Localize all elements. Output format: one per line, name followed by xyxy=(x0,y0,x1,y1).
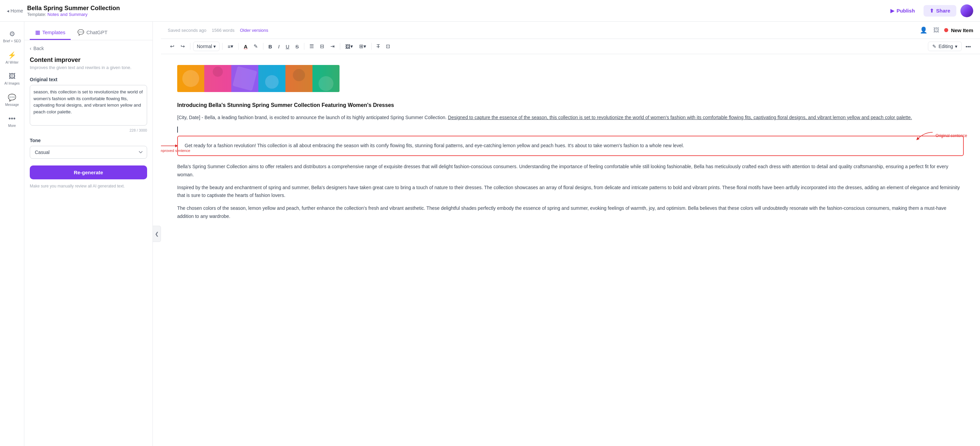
editing-dropdown[interactable]: ✎ Editing ▾ xyxy=(928,41,962,51)
svg-point-7 xyxy=(213,67,223,77)
table-button[interactable]: ⊞ ▾ xyxy=(357,41,369,51)
strikethrough-button[interactable]: S xyxy=(293,42,301,51)
home-label[interactable]: Home xyxy=(11,8,23,14)
format-value: Normal xyxy=(197,44,212,49)
original-text-input[interactable] xyxy=(30,85,147,126)
share-button[interactable]: ⬆ Share xyxy=(924,5,956,17)
back-link[interactable]: ‹ Back xyxy=(30,46,147,51)
underline-button[interactable]: U xyxy=(283,42,292,51)
sidebar-item-brief-seo[interactable]: ⚙ Brief + SEO xyxy=(2,27,23,46)
header-subtitle: Template: Notes and Summary xyxy=(27,12,120,17)
text-cursor xyxy=(177,127,178,133)
sidebar-icons: ⚙ Brief + SEO ⚡ AI Writer 🖼 AI Images 💬 … xyxy=(0,22,24,446)
collapse-panel-button[interactable]: ❮ xyxy=(153,226,161,242)
ai-disclaimer: Make sure you manually review all AI gen… xyxy=(30,183,147,189)
page-title: Bella Spring Summer Collection xyxy=(27,5,120,12)
tab-templates[interactable]: ▦ Templates xyxy=(30,26,71,40)
share-icon: ⬆ xyxy=(930,8,934,14)
panel-content: ‹ Back Content improver Improves the giv… xyxy=(24,40,153,446)
more-options-button[interactable]: ••• xyxy=(963,42,973,51)
undo-button[interactable]: ↩ xyxy=(168,41,177,51)
clear-format-button[interactable]: T̶ xyxy=(374,41,382,51)
collapse-icon: ❮ xyxy=(155,231,159,237)
editor-content: Introducing Bella's Stunning Spring Summ… xyxy=(161,54,980,446)
paragraph-2: Bella's Spring Summer Collection aims to… xyxy=(177,163,964,179)
indent-icon: ⇥ xyxy=(330,43,335,49)
ordered-list-icon: ⊟ xyxy=(320,43,324,49)
paragraph1-container: [City, Date] - Bella, a leading fashion … xyxy=(177,114,964,133)
italic-button[interactable]: I xyxy=(276,42,282,51)
tab-chatgpt[interactable]: 💬 ChatGPT xyxy=(72,26,113,40)
redo-button[interactable]: ↪ xyxy=(178,41,187,51)
home-link[interactable]: ◂ Home xyxy=(7,8,23,14)
header-right: ▶ Publish ⬆ Share xyxy=(886,5,973,17)
topbar-left: Saved seconds ago 1566 words Older versi… xyxy=(168,28,268,33)
sidebar-item-message[interactable]: 💬 Message xyxy=(2,91,23,109)
highlight-button[interactable]: ✎ xyxy=(251,41,260,51)
ai-writer-icon: ⚡ xyxy=(8,51,16,59)
underline-icon: U xyxy=(286,44,290,49)
topbar-image-icon[interactable]: 🖼 xyxy=(932,25,941,35)
special-char-button[interactable]: ⊡ xyxy=(383,41,393,51)
clear-format-icon: T̶ xyxy=(377,43,380,49)
editor-toolbar: ↩ ↪ Normal ▾ ≡ ▾ A ✎ B xyxy=(161,39,980,54)
tone-select[interactable]: Casual Formal Friendly Professional xyxy=(30,146,147,159)
editor-area: Saved seconds ago 1566 words Older versi… xyxy=(161,22,980,446)
text-color-button[interactable]: A xyxy=(242,42,250,51)
char-count: 228 / 3000 xyxy=(30,128,147,132)
chatgpt-tab-label: ChatGPT xyxy=(86,29,108,35)
image-button[interactable]: 🖼 ▾ xyxy=(343,41,355,51)
format-chevron-icon: ▾ xyxy=(213,44,216,49)
svg-point-10 xyxy=(293,69,305,81)
sidebar-item-ai-images[interactable]: 🖼 AI Images xyxy=(2,70,23,88)
svg-point-11 xyxy=(318,76,333,91)
undo-icon: ↩ xyxy=(170,43,175,49)
share-label: Share xyxy=(936,8,950,14)
toolbar-separator-3 xyxy=(239,43,239,50)
improved-text: Get ready for a fashion revolution! This… xyxy=(185,143,684,148)
ordered-list-button[interactable]: ⊟ xyxy=(318,41,327,51)
banner-svg xyxy=(177,65,339,92)
toolbar-separator-6 xyxy=(340,43,340,50)
toolbar-separator-2 xyxy=(222,43,223,50)
new-item-button[interactable]: New Item xyxy=(951,27,973,33)
sidebar-item-ai-writer[interactable]: ⚡ AI Writer xyxy=(2,48,23,67)
highlight-icon: ✎ xyxy=(254,43,258,49)
paragraph-4: The chosen colors of the season, lemon y… xyxy=(177,204,964,221)
editing-label: Editing xyxy=(939,44,953,49)
improved-text-box: Get ready for a fashion revolution! This… xyxy=(177,136,964,156)
paragraph1-start: [City, Date] - Bella, a leading fashion … xyxy=(177,115,448,120)
image-chevron-icon: ▾ xyxy=(350,43,353,49)
older-versions-link[interactable]: Older versions xyxy=(240,28,268,33)
panel-tabs: ▦ Templates 💬 ChatGPT xyxy=(24,22,153,40)
avatar[interactable] xyxy=(960,5,973,17)
cursor-line-container xyxy=(177,127,964,133)
brief-seo-icon: ⚙ xyxy=(9,30,15,38)
bold-icon: B xyxy=(269,44,272,49)
main-layout: ⚙ Brief + SEO ⚡ AI Writer 🖼 AI Images 💬 … xyxy=(0,22,980,446)
indent-button[interactable]: ⇥ xyxy=(328,41,337,51)
toolbar-separator-7 xyxy=(371,43,372,50)
bullet-list-icon: ☰ xyxy=(309,43,314,49)
left-panel: ▦ Templates 💬 ChatGPT ‹ Back Content imp… xyxy=(24,22,153,446)
sidebar-item-more[interactable]: ••• More xyxy=(2,112,23,130)
section-title: Content improver xyxy=(30,57,147,64)
format-select[interactable]: Normal ▾ xyxy=(193,41,220,51)
align-button[interactable]: ≡ ▾ xyxy=(225,41,236,51)
sidebar-item-message-label: Message xyxy=(5,103,19,107)
regenerate-button[interactable]: Re-generate xyxy=(30,166,147,179)
publish-button[interactable]: ▶ Publish xyxy=(886,5,920,17)
svg-point-9 xyxy=(265,75,278,89)
back-chevron-icon: ‹ xyxy=(30,46,32,51)
bold-button[interactable]: B xyxy=(266,42,275,51)
redo-icon: ↪ xyxy=(181,43,185,49)
bullet-list-button[interactable]: ☰ xyxy=(307,41,316,51)
topbar-user-icon[interactable]: 👤 xyxy=(918,25,929,35)
editing-icon: ✎ xyxy=(932,44,936,49)
more-options-icon: ••• xyxy=(966,44,971,49)
topbar-right: 👤 🖼 New Item xyxy=(918,25,973,35)
template-name-link[interactable]: Notes and Summary xyxy=(47,12,88,17)
table-chevron-icon: ▾ xyxy=(364,43,366,49)
section-desc: Improves the given text and rewrites in … xyxy=(30,65,147,70)
editor-topbar: Saved seconds ago 1566 words Older versi… xyxy=(161,22,980,39)
